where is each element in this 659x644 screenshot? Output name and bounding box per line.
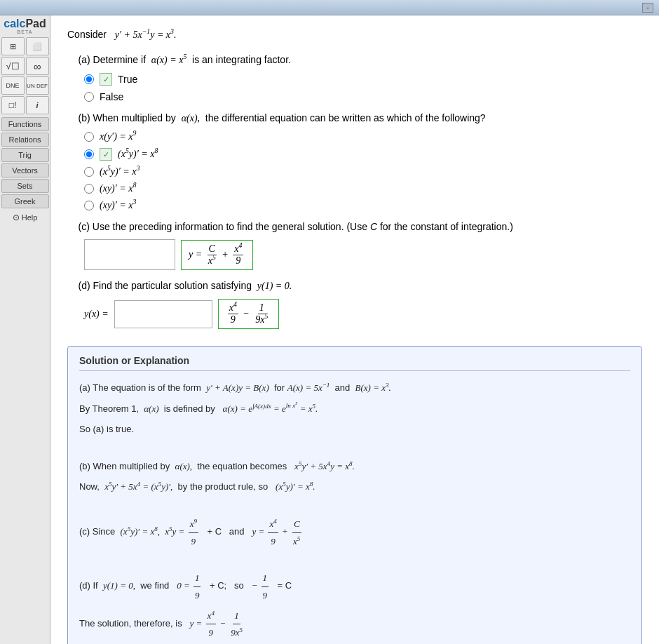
logo-calc: calcPad	[4, 18, 46, 29]
radio-b4[interactable]	[84, 184, 94, 194]
sidebar: calcPad BETA ⊞ ⬜ √☐ ∞ DNE UN DEF □!	[0, 15, 50, 644]
option-b4: (xy)′ = x8	[84, 183, 642, 194]
solution-text: (a) The equation is of the form y′ + A(x…	[79, 380, 630, 640]
solution-title: Solution or Explanation	[79, 355, 630, 371]
label-b1: x(y′) = x9	[100, 131, 136, 142]
option-a-false: False	[84, 91, 642, 102]
radio-a-false[interactable]	[84, 92, 94, 102]
label-b5: (xy)′ = x3	[100, 200, 136, 211]
infinity-button[interactable]: ∞	[26, 57, 49, 75]
solution-b-line2: Now, x5y′ + 5x4 = (x5y)′, by the product…	[79, 478, 630, 495]
info-button[interactable]: i	[26, 96, 49, 114]
title-bar: -	[0, 0, 659, 15]
help-label: Help	[22, 213, 38, 222]
part-d-label: (d) Find the particular solution satisfy…	[67, 280, 642, 292]
sqrt-button[interactable]: √☐	[1, 57, 25, 75]
question-header: Consider y′ + 5x−1y = x3.	[67, 27, 642, 43]
solution-d-line2: The solution, therefore, is y = x4 9 − 1…	[79, 608, 630, 641]
sidebar-item-functions[interactable]: Functions	[1, 117, 49, 131]
info-icon: i	[36, 101, 38, 109]
intro-text: Consider	[67, 29, 112, 40]
correct-icon-a: ✓	[100, 73, 112, 86]
option-b5: (xy)′ = x3	[84, 200, 642, 211]
solution-c-line1: (c) Since (x5y)′ = x8, x5y = x9 9 + C an…	[79, 516, 630, 549]
radio-a-true[interactable]	[84, 74, 94, 84]
grid-icon: ⊞	[10, 42, 16, 51]
label-a-false: False	[100, 91, 123, 102]
sqrt-icon: √☐	[6, 61, 19, 72]
part-b-section: (b) When multiplied by α(x), the differe…	[67, 112, 642, 211]
content-area: Consider y′ + 5x−1y = x3. (a) Determine …	[50, 15, 659, 644]
dne-icon: DNE	[6, 82, 19, 89]
sidebar-item-sets[interactable]: Sets	[1, 179, 49, 193]
undef-icon: UN DEF	[27, 83, 48, 89]
solution-d-line1: (d) If y(1) = 0, we find 0 = 1 9 + C; so…	[79, 570, 630, 603]
solution-a-line1: (a) The equation is of the form y′ + A(x…	[79, 380, 630, 396]
undef-button[interactable]: UN DEF	[26, 76, 49, 95]
formula-d-content: x4 9 − 1 9x5	[226, 302, 272, 326]
label-b4: (xy)′ = x8	[100, 183, 136, 194]
part-a-section: (a) Determine if α(x) = x5 is an integra…	[67, 54, 642, 102]
expand-icon: ⬜	[32, 42, 42, 51]
sidebar-item-greek[interactable]: Greek	[1, 194, 49, 208]
intro-equation: y′ + 5x−1y = x3.	[115, 29, 177, 40]
radio-b3[interactable]	[84, 167, 94, 177]
beta-label: BETA	[18, 29, 33, 34]
option-b3: (x5y)′ = x3	[84, 166, 642, 177]
formula-c: y = C x5 + x4 9	[181, 240, 253, 270]
solution-box: Solution or Explanation (a) The equation…	[67, 346, 642, 644]
label-b2: (x5y)′ = x8	[118, 149, 158, 160]
sidebar-item-trig[interactable]: Trig	[1, 148, 49, 162]
part-c-section: (c) Use the preceding information to fin…	[67, 221, 642, 270]
part-a-label: (a) Determine if α(x) = x5 is an integra…	[67, 54, 642, 66]
sidebar-buttons: ⊞ ⬜ √☐ ∞ DNE UN DEF □! i	[1, 37, 49, 114]
label-a-true: True	[118, 74, 137, 85]
formula-c-content: y = C x5 + x4 9	[189, 243, 245, 267]
answer-d-input[interactable]	[114, 300, 212, 328]
option-b2: ✓ (x5y)′ = x8	[84, 148, 642, 161]
dne-button[interactable]: DNE	[1, 76, 25, 95]
solution-a-line3: So (a) is true.	[79, 421, 630, 437]
sidebar-item-vectors[interactable]: Vectors	[1, 163, 49, 177]
minimize-button[interactable]: -	[642, 3, 653, 13]
part-b-label: (b) When multiplied by α(x), the differe…	[67, 112, 642, 124]
y-x-label: y(x) =	[84, 309, 109, 320]
factorial-icon: □!	[9, 100, 17, 110]
option-a-true: ✓ True	[84, 73, 642, 86]
formula-d: x4 9 − 1 9x5	[218, 299, 280, 329]
radio-b1[interactable]	[84, 132, 94, 142]
radio-b5[interactable]	[84, 201, 94, 210]
answer-c-input[interactable]	[84, 239, 175, 270]
part-d-section: (d) Find the particular solution satisfy…	[67, 280, 642, 329]
main-layout: calcPad BETA ⊞ ⬜ √☐ ∞ DNE UN DEF □!	[0, 15, 659, 644]
help-item[interactable]: ⊙ Help	[1, 213, 49, 222]
grid-button[interactable]: ⊞	[1, 37, 25, 55]
expand-button[interactable]: ⬜	[26, 37, 49, 55]
part-c-label: (c) Use the preceding information to fin…	[67, 221, 642, 232]
correct-icon-b: ✓	[100, 148, 112, 161]
option-b1: x(y′) = x9	[84, 131, 642, 142]
solution-a-line2: By Theorem 1, α(x) is defined by α(x) = …	[79, 401, 630, 417]
factorial-button[interactable]: □!	[1, 96, 25, 114]
help-circle-icon: ⊙	[13, 213, 20, 222]
label-b3: (x5y)′ = x3	[100, 166, 140, 177]
sidebar-item-relations[interactable]: Relations	[1, 133, 49, 147]
radio-b2[interactable]	[84, 149, 94, 159]
infinity-icon: ∞	[34, 60, 41, 72]
solution-b-line1: (b) When multiplied by α(x), the equatio…	[79, 458, 630, 474]
